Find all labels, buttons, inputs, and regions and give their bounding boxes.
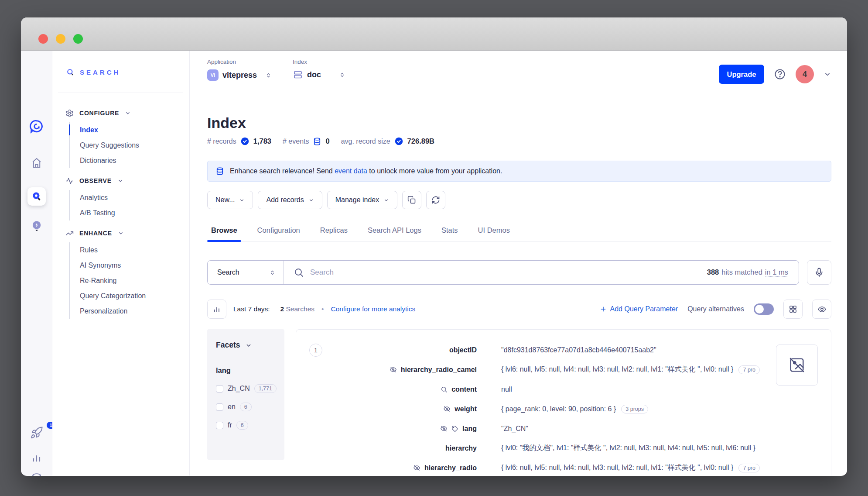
record-number: 1 [309,344,322,357]
eye-off-icon [443,405,451,413]
facet-item-fr[interactable]: fr 6 [216,421,276,430]
tab-search-api-logs[interactable]: Search API Logs [367,224,422,241]
search-icon [441,386,448,393]
database-icon[interactable] [31,472,43,476]
tab-stats[interactable]: Stats [441,224,459,241]
copy-icon[interactable] [402,191,421,209]
minimize-window-button[interactable] [56,34,65,44]
sidebar-item-index[interactable]: Index [70,122,189,138]
database-icon [313,137,321,146]
application-label: Application [207,59,272,65]
trending-up-icon [65,229,74,238]
facet-count: 6 [236,421,248,430]
search-product-icon [31,191,42,202]
records-panel: 1 objectID "d8fc931d8763fce77a07d1a8cb44… [296,329,831,475]
checkbox[interactable] [216,422,223,429]
rail-divider [28,126,45,126]
nav-section-label: ENHANCE [79,230,112,237]
sidebar-item-analytics[interactable]: Analytics [70,190,189,205]
record-field-lang: lang "Zh_CN" [296,419,831,438]
add-records-button[interactable]: Add records [258,191,322,209]
index-selector[interactable]: doc [293,69,345,80]
query-alternatives-label: Query alternatives [687,305,744,313]
search-input[interactable] [304,268,707,277]
microphone-icon[interactable] [807,260,831,285]
query-alternatives-toggle[interactable] [754,303,774,315]
record-field-hierarchy-radio-camel: hierarchy_radio_camel { lvl6: null, lvl5… [296,360,831,379]
upgrade-button[interactable]: Upgrade [719,65,764,84]
search-mode-select[interactable]: Search [208,261,284,284]
chevron-down-icon[interactable] [824,70,831,78]
help-icon[interactable] [774,68,786,80]
facet-item-en[interactable]: en 6 [216,403,276,411]
sidebar-item-dictionaries[interactable]: Dictionaries [70,153,189,168]
search-product-active[interactable] [27,187,46,206]
tab-ui-demos[interactable]: UI Demos [477,224,511,241]
search-brand-icon [66,68,75,76]
home-icon[interactable] [31,157,43,169]
sidebar-item-re-ranking[interactable]: Re-Ranking [70,273,189,288]
window-titlebar [21,17,847,51]
maximize-window-button[interactable] [73,34,83,44]
application-selector[interactable]: VI vitepress [207,69,272,81]
nav-section-label: CONFIGURE [79,110,119,117]
icon-rail: 1/5 [21,51,52,475]
facets-title[interactable]: Facets [216,341,276,350]
checkbox[interactable] [216,403,223,411]
application-selector-group: Application VI vitepress [207,59,272,81]
analytics-period: Last 7 days: [233,305,270,313]
manage-index-button[interactable]: Manage index [327,191,398,209]
index-tabs: Browse Configuration Replicas Search API… [207,224,831,241]
nav-section-enhance[interactable]: ENHANCE [52,227,189,239]
events-banner: Enhance search relevance! Send event dat… [207,161,831,182]
sidebar-item-rules[interactable]: Rules [70,242,189,258]
stat-records: # records 1,783 [207,137,271,146]
new-button[interactable]: New... [207,191,253,209]
main-content: Application VI vitepress Index [190,51,847,475]
screenshot-stage: 1/5 [0,0,868,496]
separator-dot: • [321,305,324,313]
eye-off-icon [440,425,448,432]
facet-item-zh-cn[interactable]: Zh_CN 1,771 [216,384,276,393]
index-stats: # records 1,783 # events 0 [207,137,434,146]
chevron-down-icon [383,197,389,203]
grid-view-icon[interactable] [783,300,803,319]
sidebar-item-ai-synonyms[interactable]: AI Synonyms [70,258,189,273]
stat-avg-record-size: avg. record size 726.89B [341,137,434,146]
hits-text: hits matched [721,268,762,276]
bar-chart-icon[interactable] [31,451,43,464]
nav-section-observe[interactable]: OBSERVE [52,175,189,186]
brand-label: SEARCH [80,69,120,76]
add-query-parameter-button[interactable]: Add Query Parameter [600,305,678,313]
sidebar-item-ab-testing[interactable]: A/B Testing [70,205,189,220]
stat-events: # events 0 [283,137,330,146]
nav-section-configure[interactable]: CONFIGURE [52,107,189,119]
eye-icon[interactable] [812,300,831,319]
rocket-icon[interactable]: 1/5 [30,426,43,439]
sidebar-item-query-suggestions[interactable]: Query Suggestions [70,138,189,153]
chevron-down-icon [125,110,131,116]
page-title: Index [207,114,246,131]
recommend-icon[interactable] [30,220,43,233]
nav-section-label: OBSERVE [79,177,112,184]
application-badge: VI [207,69,219,81]
select-updown-icon [269,269,276,276]
sidebar-item-query-categorization[interactable]: Query Categorization [70,288,189,303]
event-data-link[interactable]: event data [335,167,367,175]
activity-icon [65,177,74,185]
tag-icon [451,425,458,432]
close-window-button[interactable] [38,34,48,44]
chevron-down-icon [245,342,252,349]
tab-replicas[interactable]: Replicas [319,224,349,241]
refresh-icon[interactable] [426,191,445,209]
checkbox[interactable] [216,385,223,393]
tab-configuration[interactable]: Configuration [256,224,301,241]
configure-analytics-link[interactable]: Configure for more analytics [331,305,415,313]
sidebar-item-personalization[interactable]: Personalization [70,303,189,319]
algolia-logo-icon[interactable] [29,119,44,134]
analytics-chart-icon[interactable] [207,300,226,319]
search-bar: Search 388 hits matched in 1 ms [207,260,799,285]
avatar[interactable]: 4 [796,65,814,83]
tab-browse[interactable]: Browse [210,224,238,241]
eye-off-icon [390,366,397,373]
